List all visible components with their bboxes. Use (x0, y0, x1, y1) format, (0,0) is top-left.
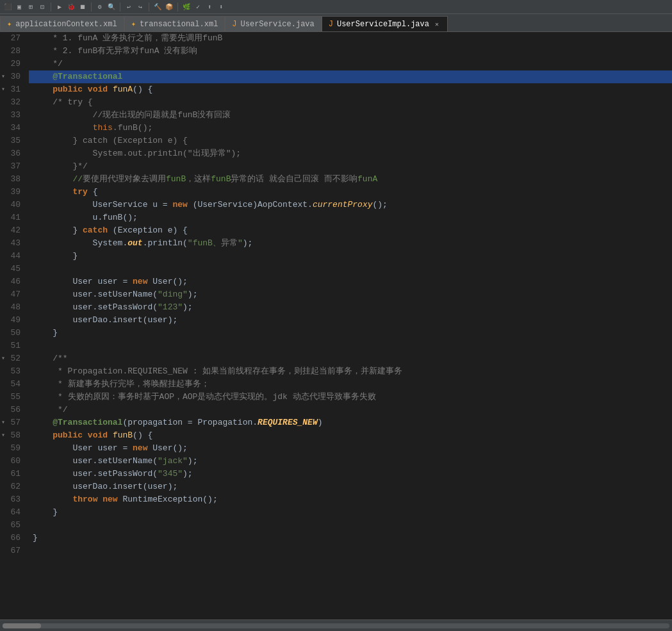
line-number-59: 59 (0, 442, 26, 455)
code-line-67 (29, 545, 672, 557)
code-line-28: * 2. funB有无异常对funA 没有影响 (29, 45, 672, 58)
tab-userService[interactable]: J UserService.java (225, 16, 321, 31)
tab-label-userServiceImpl: UserServiceImpl.java (337, 20, 429, 29)
token: // (33, 174, 83, 184)
token (108, 430, 113, 440)
code-line-32: /* try { (29, 96, 672, 109)
token: currentProxy (313, 200, 373, 209)
token: "); (226, 149, 241, 158)
token: } (33, 533, 38, 543)
code-line-48: user.setPassWord("123"); (29, 301, 672, 314)
line-number-38: 38 (0, 173, 26, 186)
code-line-42: } catch (Exception e) { (29, 224, 672, 237)
deploy-icon[interactable]: 📦 (164, 2, 174, 12)
stop-icon[interactable]: ⏹ (78, 2, 88, 12)
token: /** (33, 354, 68, 363)
tab-transactional[interactable]: ✦ transactional.xml (124, 16, 225, 31)
line-number-44: 44 (0, 250, 26, 263)
token (33, 495, 72, 504)
code-line-38: //要使用代理对象去调用funB，这样funB异常的话 就会自己回滚 而不影响f… (29, 173, 672, 186)
tab-close-button[interactable]: ✕ (433, 20, 441, 28)
tab-icon-xml-1: ✦ (7, 19, 12, 29)
token: } (33, 225, 83, 235)
line-numbers: 2728293031323334353637383940414243444546… (0, 32, 29, 619)
token: () { (133, 85, 152, 94)
code-content[interactable]: * 1. funA 业务执行之前，需要先调用funB * 2. funB有无异常… (29, 32, 672, 619)
token: ); (183, 469, 193, 479)
toolbar-icon-1[interactable]: ⬛ (3, 2, 13, 12)
token: 异常的话 就会自己回滚 而不影响 (231, 174, 357, 184)
toolbar-icon-3[interactable]: ⊞ (26, 2, 36, 12)
token: user.setUserName( (33, 290, 158, 299)
token: throw (72, 495, 97, 504)
code-line-43: System.out.println("funB、异常"); (29, 237, 672, 250)
line-number-66: 66 (0, 532, 26, 545)
token: System. (33, 238, 127, 248)
code-line-55: * 失败的原因：事务时基于AOP，AOP是动态代理实现的。jdk 动态代理导致事… (29, 391, 672, 404)
token: new (133, 277, 147, 286)
code-line-64: } (29, 506, 672, 519)
line-number-56: 56 (0, 404, 26, 416)
code-line-54: * 新建事务执行完毕，将唤醒挂起事务； (29, 378, 672, 391)
token (83, 85, 88, 94)
token: */ (33, 59, 63, 69)
toolbar: ⬛ ▣ ⊞ ⊡ ▶ 🐞 ⏹ ⚙ 🔍 ↩ ↪ 🔨 📦 🌿 ✓ ⬆ ⬇ (0, 0, 672, 14)
token: new (102, 495, 117, 504)
token: user.setPassWord( (33, 302, 158, 312)
code-line-66: } (29, 532, 672, 545)
token: funB (166, 174, 186, 184)
line-number-48: 48 (0, 301, 26, 314)
code-line-36: System.out.println("出现异常"); (29, 147, 672, 160)
scrollbar-thumb[interactable] (3, 623, 41, 628)
horizontal-scrollbar[interactable] (3, 623, 669, 628)
token: } (33, 251, 78, 261)
token: " (238, 238, 243, 248)
token: () { (133, 430, 152, 440)
token: "ding" (158, 290, 188, 299)
undo-icon[interactable]: ↩ (124, 2, 134, 12)
token: .println( (143, 238, 188, 248)
tab-userServiceImpl[interactable]: J UserServiceImpl.java ✕ (322, 16, 448, 31)
line-number-39: 39 (0, 186, 26, 199)
token: ) (318, 418, 323, 427)
search-icon[interactable]: 🔍 (106, 2, 117, 12)
settings-icon[interactable]: ⚙ (95, 2, 105, 12)
debug-icon[interactable]: 🐞 (66, 2, 76, 12)
push-icon[interactable]: ⬆ (204, 2, 215, 12)
token (33, 123, 93, 133)
line-number-36: 36 (0, 147, 26, 160)
token: funA (113, 85, 133, 94)
line-number-52: 52 (0, 352, 26, 365)
code-line-46: User user = new User(); (29, 275, 672, 288)
toolbar-icon-4[interactable]: ⊡ (37, 2, 47, 12)
token: void (88, 85, 108, 94)
build-icon[interactable]: 🔨 (152, 2, 163, 12)
token: } (33, 507, 58, 517)
tab-applicationContext[interactable]: ✦ applicationContext.xml (0, 16, 124, 31)
token: userDao.insert(user); (33, 482, 177, 491)
token: funB (177, 110, 197, 120)
line-number-31: 31 (0, 83, 26, 96)
line-number-28: 28 (0, 45, 26, 58)
pull-icon[interactable]: ⬇ (216, 2, 226, 12)
line-number-51: 51 (0, 340, 26, 352)
code-line-65 (29, 519, 672, 532)
token: user.setPassWord( (33, 469, 158, 479)
editor-area: 2728293031323334353637383940414243444546… (0, 32, 672, 619)
token: .funB(); (113, 123, 152, 133)
token (33, 85, 53, 94)
run-icon[interactable]: ▶ (54, 2, 65, 12)
code-line-31: public void funA() { (29, 83, 672, 96)
token: /* try { (33, 97, 93, 107)
git-icon[interactable]: 🌿 (181, 2, 192, 12)
token: ); (188, 456, 198, 466)
line-number-67: 67 (0, 545, 26, 557)
token: new (172, 200, 187, 209)
redo-icon[interactable]: ↪ (135, 2, 145, 12)
code-line-62: userDao.insert(user); (29, 480, 672, 493)
token: User user = (33, 277, 133, 286)
commit-icon[interactable]: ✓ (193, 2, 203, 12)
code-line-29: */ (29, 58, 672, 70)
token: funA (357, 174, 377, 184)
toolbar-icon-2[interactable]: ▣ (14, 2, 24, 12)
